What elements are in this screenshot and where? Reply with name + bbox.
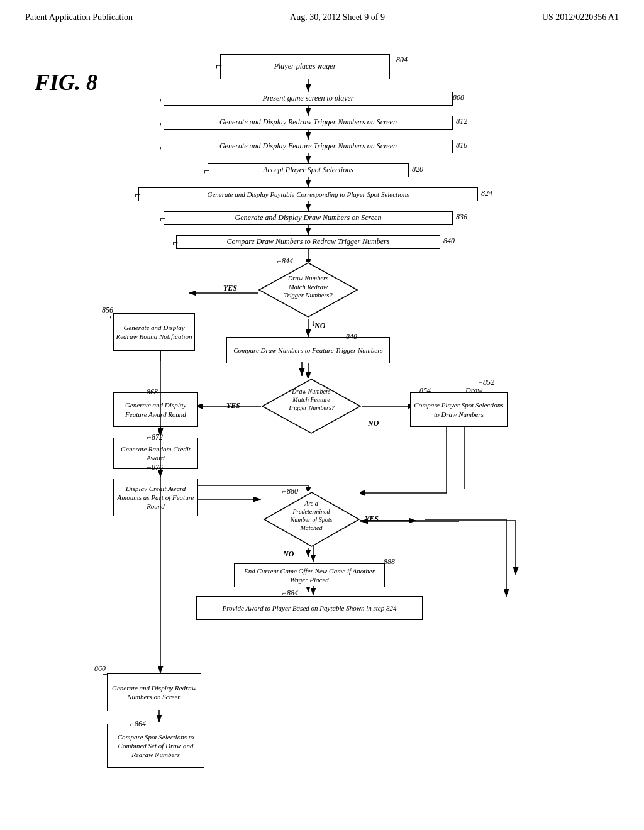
node-856: Generate and Display Redraw Round Notifi…: [113, 313, 195, 351]
brace-820: ⌐: [204, 165, 209, 177]
arrow-856-860: [154, 350, 167, 677]
node-884: Provide Award to Player Based on Paytabl…: [196, 596, 423, 620]
header-left: Patent Application Publication: [25, 13, 133, 23]
node-888: End Current Game Offer New Game if Anoth…: [234, 563, 385, 587]
arrow-854-880: [458, 426, 471, 495]
node-864: Compare Spot Selections to Combined Set …: [107, 724, 204, 768]
ref-812: 812: [456, 117, 467, 126]
arrow-848-852: [296, 362, 308, 380]
yes-label-852: YES: [226, 401, 240, 411]
no-label-844: NO: [314, 321, 325, 331]
node-848: Compare Draw Numbers to Feature Trigger …: [226, 337, 390, 363]
ref-840: 840: [443, 236, 455, 246]
header-center: Aug. 30, 2012 Sheet 9 of 9: [290, 13, 385, 23]
ref-864-label: ⌐864: [130, 719, 146, 729]
node-824: Generate and Display Paytable Correspond…: [138, 187, 478, 201]
ref-854-label: 854: [419, 386, 431, 396]
no-label-852: NO: [368, 419, 379, 428]
node-816: Generate and Display Feature Trigger Num…: [164, 140, 453, 153]
ref-836: 836: [456, 213, 467, 222]
ref-808: 808: [453, 93, 464, 102]
node-880: Are a Predetermined Number of Spots Matc…: [263, 491, 360, 548]
ref-820: 820: [412, 165, 423, 174]
no-label-880: NO: [283, 550, 294, 559]
header-right: US 2012/0220356 A1: [542, 13, 619, 23]
no-arrow-844: ↓: [311, 318, 316, 328]
ref-804: 804: [396, 55, 408, 65]
node-836: Generate and Display Draw Numbers on Scr…: [164, 211, 453, 225]
brace-824: ⌐: [135, 189, 140, 201]
flowchart: Player places wager 804 ⌐ Present game s…: [63, 42, 629, 777]
arrow-860-864: [153, 710, 165, 725]
ref-844: ⌐844: [277, 257, 293, 266]
brace-848: ⌐: [342, 332, 348, 343]
brace-816: ⌐: [160, 141, 165, 153]
brace-812: ⌐: [160, 118, 165, 129]
page-header: Patent Application Publication Aug. 30, …: [25, 13, 619, 23]
page: Patent Application Publication Aug. 30, …: [0, 0, 644, 830]
brace-836: ⌐: [160, 213, 165, 224]
arrow-880-no: [307, 546, 319, 565]
node-844: Draw Numbers Match Redraw Trigger Number…: [258, 262, 358, 318]
brace-804: ⌐: [216, 59, 222, 72]
ref-880-label: ⌐880: [282, 487, 298, 496]
node-812: Generate and Display Redraw Trigger Numb…: [164, 116, 453, 130]
brace-808: ⌐: [160, 94, 165, 105]
node-860: Generate and Display Redraw Numbers on S…: [107, 673, 201, 711]
ref-816: 816: [456, 141, 467, 150]
node-852: Draw Numbers Match Feature Trigger Numbe…: [261, 378, 362, 434]
node-808: Present game screen to player: [164, 92, 453, 106]
yes-label-844: YES: [223, 284, 237, 293]
node-820: Accept Player Spot Selections: [208, 163, 409, 177]
brace-840: ⌐: [172, 237, 178, 248]
arrow-880-884: [418, 504, 519, 601]
node-804: Player places wager: [220, 54, 390, 79]
node-840: Compare Draw Numbers to Redraw Trigger N…: [176, 235, 440, 249]
ref-824: 824: [481, 189, 492, 198]
ref-888-label: 888: [384, 557, 395, 567]
arrow-876-880: [198, 496, 265, 509]
node-854: Compare Player Spot Selections to Draw N…: [410, 392, 508, 427]
